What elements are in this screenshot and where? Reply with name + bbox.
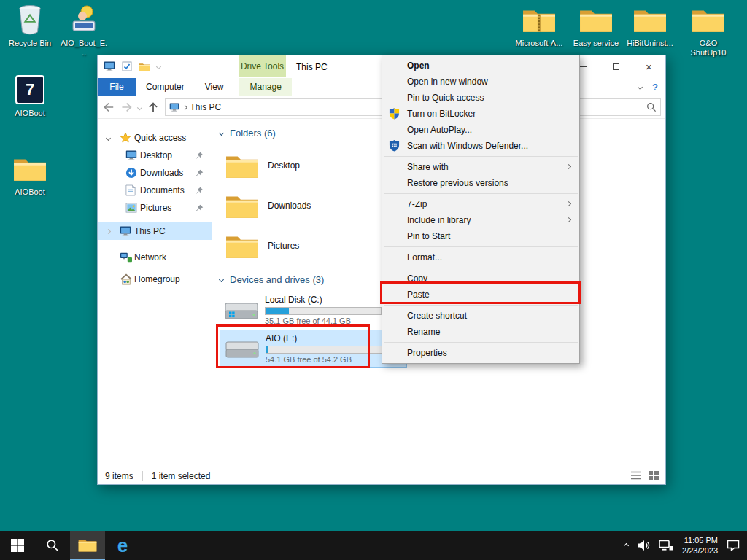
folder-icon (225, 192, 259, 219)
desktop-icon-label: HiBitUninst... (627, 39, 673, 48)
up-button[interactable] (147, 99, 160, 115)
taskbar-file-explorer-button[interactable] (70, 531, 105, 560)
search-icon (46, 539, 59, 552)
expand-chevron-icon[interactable] (106, 135, 111, 140)
downloads-icon (125, 167, 137, 179)
action-center-icon[interactable] (727, 540, 740, 551)
tab-view[interactable]: View (195, 78, 234, 96)
expand-chevron-icon[interactable] (106, 228, 111, 233)
close-button[interactable]: × (632, 55, 665, 77)
collapse-chevron-icon[interactable] (219, 130, 224, 135)
sidebar-item-this-pc[interactable]: This PC (98, 222, 212, 240)
folder-tile-pictures[interactable]: Pictures (220, 225, 398, 265)
back-button[interactable] (102, 99, 115, 115)
maximize-button[interactable] (600, 55, 632, 77)
desktop-icon-label: Microsoft-A... (516, 39, 563, 48)
edge-logo-icon: e (117, 536, 128, 555)
search-icon (646, 102, 657, 112)
menu-item-restore-previous[interactable]: Restore previous versions (382, 175, 579, 191)
desktop-icon-easy-service[interactable]: Easy service (572, 3, 620, 48)
desktop-icon-aioboot-folder[interactable]: AIOBoot (6, 152, 54, 197)
desktop-icon-recycle-bin[interactable]: Recycle Bin (6, 3, 54, 48)
tab-manage[interactable]: Manage (239, 78, 291, 96)
desktop-icon-label: AIOBoot (15, 187, 45, 197)
breadcrumb[interactable]: This PC (190, 102, 222, 112)
zip-folder-icon (522, 3, 556, 36)
forward-button[interactable] (120, 99, 133, 115)
navigation-pane: Quick access Desktop Downloads Documents (98, 119, 212, 467)
window-title: This PC (296, 62, 328, 72)
sidebar-item-downloads[interactable]: Downloads (98, 164, 212, 182)
start-button[interactable] (0, 531, 35, 560)
context-menu: Open Open in new window Pin to Quick acc… (382, 55, 580, 364)
desktop-icon-aioboot-iso[interactable]: 7 AIOBoot (6, 73, 54, 118)
menu-item-open-new-window[interactable]: Open in new window (382, 74, 579, 90)
desktop-icon-label: O&O ShutUp10 (684, 39, 732, 58)
documents-icon (125, 184, 136, 196)
desktop-icon-hibit[interactable]: HiBitUninst... (626, 3, 674, 48)
volume-icon[interactable] (637, 540, 650, 551)
drive-tools-contextual-tab[interactable]: Drive Tools (239, 55, 286, 77)
desktop: Recycle Bin AIO_Boot_E... 7 AIOBoot AIOB… (0, 0, 747, 560)
menu-separator (384, 156, 578, 157)
folder-tile-desktop[interactable]: Desktop (220, 145, 398, 185)
tab-computer[interactable]: Computer (136, 78, 195, 96)
sidebar-item-network[interactable]: Network (98, 249, 212, 266)
menu-item-include-in-library[interactable]: Include in library (382, 212, 579, 228)
tab-file[interactable]: File (98, 78, 136, 96)
customize-toolbar-chevron-icon[interactable] (156, 63, 161, 69)
desktop-icon-aio-boot-app[interactable]: AIO_Boot_E... (60, 3, 108, 58)
folder-icon (13, 152, 47, 185)
sidebar-item-desktop[interactable]: Desktop (98, 147, 212, 164)
properties-shortcut-icon[interactable] (122, 61, 132, 71)
desktop-icon-microsoft-zip[interactable]: Microsoft-A... (515, 3, 563, 48)
quick-access-toolbar (104, 61, 160, 72)
expand-ribbon-chevron-icon[interactable] (638, 85, 643, 90)
new-folder-shortcut-icon[interactable] (139, 62, 150, 71)
large-icons-view-icon[interactable] (648, 470, 659, 481)
folder-icon (225, 233, 259, 259)
quick-access-star-icon (120, 132, 131, 144)
menu-item-pin-to-start[interactable]: Pin to Start (382, 228, 579, 244)
recent-locations-chevron-icon[interactable] (137, 105, 142, 110)
sidebar-item-pictures[interactable]: Pictures (98, 199, 212, 217)
menu-item-properties[interactable]: Properties (382, 345, 579, 361)
bitlocker-shield-icon (389, 107, 400, 120)
breadcrumb-chevron-icon[interactable] (182, 104, 187, 109)
menu-item-turn-on-bitlocker[interactable]: Turn on BitLocker (382, 106, 579, 122)
folder-icon (692, 3, 725, 36)
menu-item-rename[interactable]: Rename (382, 324, 579, 340)
taskbar-search-button[interactable] (35, 531, 70, 560)
network-tray-icon[interactable] (659, 540, 673, 551)
sidebar-item-quick-access[interactable]: Quick access (98, 129, 212, 147)
sidebar-item-homegroup[interactable]: Homegroup (98, 271, 212, 288)
clock-time: 11:05 PM (682, 535, 718, 545)
submenu-arrow-icon (566, 217, 571, 222)
iso-file-icon: 7 (15, 73, 44, 106)
capacity-bar (265, 307, 382, 315)
taskbar-edge-button[interactable]: e (105, 531, 140, 560)
menu-separator (384, 305, 578, 306)
menu-item-scan-defender[interactable]: Scan with Windows Defender... (382, 138, 579, 154)
sidebar-item-documents[interactable]: Documents (98, 182, 212, 199)
desktop-icon-oo-shutup[interactable]: O&O ShutUp10 (683, 3, 734, 58)
menu-item-pin-quick-access[interactable]: Pin to Quick access (382, 90, 579, 106)
submenu-arrow-icon (566, 201, 571, 206)
desktop-icon-label: AIOBoot (15, 109, 45, 118)
help-icon[interactable]: ? (652, 82, 658, 93)
collapse-chevron-icon[interactable] (219, 276, 224, 281)
folder-tile-downloads[interactable]: Downloads (220, 185, 398, 225)
menu-item-format[interactable]: Format... (382, 249, 579, 265)
menu-item-open[interactable]: Open (382, 58, 579, 74)
menu-item-share-with[interactable]: Share with (382, 159, 579, 175)
tray-overflow-chevron-icon[interactable] (624, 542, 629, 548)
details-view-icon[interactable] (630, 470, 642, 481)
items-count: 9 items (105, 471, 133, 481)
menu-item-open-autoplay[interactable]: Open AutoPlay... (382, 122, 579, 138)
window-controls: × (567, 55, 665, 77)
menu-separator (384, 342, 578, 343)
menu-item-create-shortcut[interactable]: Create shortcut (382, 308, 579, 324)
menu-item-7zip[interactable]: 7-Zip (382, 196, 579, 212)
annotation-box-paste (380, 281, 581, 304)
taskbar-clock[interactable]: 11:05 PM 2/23/2023 (682, 535, 718, 556)
